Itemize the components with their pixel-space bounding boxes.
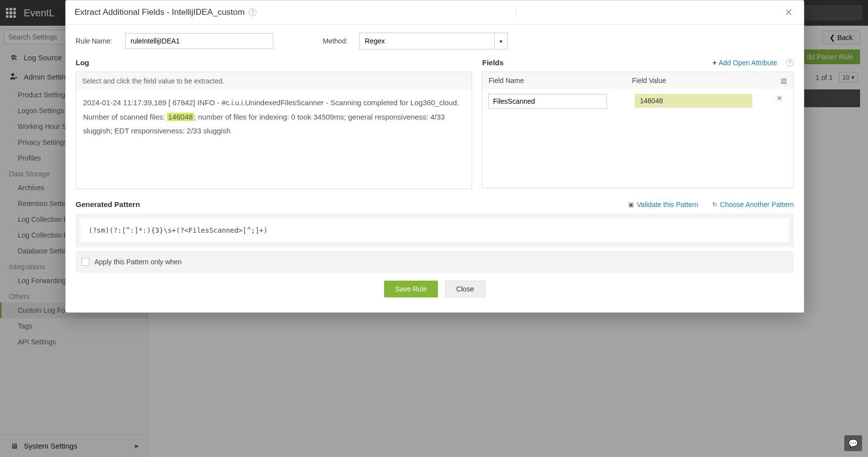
rule-name-input[interactable] — [125, 33, 273, 49]
close-icon[interactable]: ✕ — [782, 6, 795, 18]
field-name-input[interactable] — [488, 94, 607, 109]
chevron-down-icon: ▾ — [494, 33, 502, 49]
pattern-container: (?sm)(?:[^:]*:){3}\s+(?<FilesScanned>[^;… — [76, 213, 794, 247]
modal-header: Extract Additional Fields - IntellijIDEA… — [66, 0, 804, 25]
add-open-attribute-link[interactable]: +Add Open Attribute — [713, 59, 778, 67]
method-value: Regex — [365, 37, 385, 45]
plus-icon: + — [713, 59, 717, 67]
fields-heading-label: Fields — [482, 58, 503, 67]
close-button[interactable]: Close — [445, 281, 485, 297]
log-sample-text[interactable]: 2024-01-24 11:17:39,189 [ 67842] INFO - … — [76, 90, 472, 189]
col-field-name: Field Name — [482, 72, 626, 89]
fields-table-row: 146048 ✕ — [482, 89, 793, 188]
apply-pattern-row: Apply this Pattern only when — [76, 251, 794, 273]
method-label: Method: — [323, 37, 352, 45]
fields-table: Field Name Field Value ▥ 146048 ✕ — [482, 72, 794, 188]
validate-pattern-link[interactable]: ▣Validate this Pattern — [628, 201, 698, 208]
chat-icon[interactable]: 💬 — [844, 435, 862, 451]
apply-when-checkbox[interactable] — [82, 258, 89, 266]
method-select[interactable]: Regex ▾ — [359, 33, 508, 49]
modal-footer: Save Rule Close — [76, 273, 794, 307]
validate-icon: ▣ — [628, 201, 634, 208]
rule-name-label: Rule Name: — [76, 37, 118, 45]
help-icon[interactable]: ? — [249, 8, 257, 16]
fields-heading: Fields +Add Open Attribute ? — [482, 58, 794, 67]
divider — [516, 8, 516, 17]
columns-icon[interactable]: ▥ — [781, 77, 787, 84]
delete-row-icon[interactable]: ✕ — [772, 94, 787, 102]
generated-pattern-heading: Generated Pattern — [76, 200, 140, 208]
refresh-icon: ↻ — [712, 201, 717, 208]
log-box: Select and click the field value to be e… — [76, 72, 472, 189]
apply-when-label: Apply this Pattern only when — [94, 258, 182, 266]
fields-table-head: Field Name Field Value ▥ — [482, 72, 793, 89]
field-value-box: 146048 — [635, 94, 752, 108]
modal-title: Extract Additional Fields - IntellijIDEA… — [75, 7, 245, 17]
col-field-value: Field Value — [626, 72, 774, 89]
help-icon[interactable]: ? — [786, 59, 794, 67]
log-highlighted-value[interactable]: 146048 — [167, 113, 194, 121]
pattern-text[interactable]: (?sm)(?:[^:]*:){3}\s+(?<FilesScanned>[^;… — [81, 218, 789, 242]
log-hint: Select and click the field value to be e… — [76, 72, 472, 90]
save-rule-button[interactable]: Save Rule — [384, 281, 438, 297]
choose-another-pattern-link[interactable]: ↻Choose Another Pattern — [712, 201, 794, 208]
modal-title-prefix: Extract Additional Fields - — [75, 7, 172, 17]
extract-fields-modal: Extract Additional Fields - IntellijIDEA… — [65, 0, 804, 313]
modal-title-name: IntellijIDEA_custom — [172, 7, 245, 17]
log-heading: Log — [76, 58, 472, 67]
